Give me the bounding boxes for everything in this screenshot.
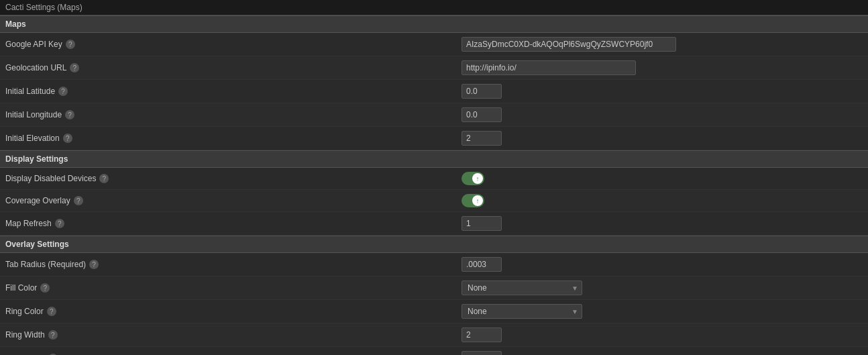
google-api-key-value <box>462 37 863 52</box>
google-api-key-input[interactable] <box>462 37 676 52</box>
tab-radius-value <box>462 257 863 272</box>
maps-section-header: Maps <box>0 15 868 33</box>
geolocation-url-row: Geolocation URL ? <box>0 56 868 80</box>
ring-color-row: Ring Color ? None Red Green Blue Yellow … <box>0 300 868 323</box>
ring-width-label: Ring Width ? <box>5 330 462 340</box>
ring-color-label: Ring Color ? <box>5 307 462 316</box>
display-disabled-devices-value: ↑ <box>462 172 863 185</box>
fill-color-select[interactable]: None Red Green Blue Yellow <box>462 281 582 295</box>
fill-color-row: Fill Color ? None Red Green Blue Yellow … <box>0 276 868 300</box>
tab-radius-help-icon[interactable]: ? <box>89 260 99 269</box>
ring-width-help-icon[interactable]: ? <box>48 330 58 340</box>
coverage-overlay-row: Coverage Overlay ? ↑ <box>0 190 868 212</box>
geolocation-url-input[interactable] <box>462 60 636 75</box>
initial-longitude-value <box>462 107 863 122</box>
coverage-overlay-label: Coverage Overlay ? <box>5 196 462 205</box>
initial-longitude-input[interactable] <box>462 107 502 122</box>
coverage-overlay-value: ↑ <box>462 194 863 207</box>
tab-radius-label: Tab Radius (Required) ? <box>5 260 462 269</box>
overlay-section-header: Overlay Settings <box>0 236 868 253</box>
ring-color-help-icon[interactable]: ? <box>47 307 56 316</box>
fill-color-select-wrapper: None Red Green Blue Yellow ▼ <box>462 281 582 295</box>
map-refresh-row: Map Refresh ? <box>0 212 868 236</box>
map-refresh-input[interactable] <box>462 216 502 231</box>
map-refresh-value <box>462 216 863 231</box>
map-refresh-label: Map Refresh ? <box>5 219 462 228</box>
tab-radius-input[interactable] <box>462 257 502 272</box>
geolocation-url-help-icon[interactable]: ? <box>70 63 79 72</box>
google-api-key-row: Google API Key ? <box>0 33 868 56</box>
display-disabled-devices-help-icon[interactable]: ? <box>99 174 109 183</box>
initial-latitude-value <box>462 84 863 99</box>
display-disabled-devices-toggle[interactable]: ↑ <box>462 172 484 185</box>
initial-elevation-value <box>462 131 863 146</box>
fill-opacity-row: Fill Opacity ? <box>0 347 868 355</box>
fill-color-value: None Red Green Blue Yellow ▼ <box>462 281 863 295</box>
ring-width-value <box>462 327 863 342</box>
ring-color-value: None Red Green Blue Yellow ▼ <box>462 304 863 319</box>
geolocation-url-label: Geolocation URL ? <box>5 63 462 72</box>
initial-latitude-label: Initial Latitude ? <box>5 87 462 96</box>
initial-latitude-help-icon[interactable]: ? <box>58 87 68 96</box>
ring-width-row: Ring Width ? <box>0 323 868 347</box>
page-title: Cacti Settings (Maps) <box>0 0 868 15</box>
fill-color-label: Fill Color ? <box>5 283 462 293</box>
fill-opacity-input[interactable] <box>462 351 502 355</box>
initial-elevation-help-icon[interactable]: ? <box>63 134 72 143</box>
ring-color-select[interactable]: None Red Green Blue Yellow <box>462 304 582 319</box>
geolocation-url-value <box>462 60 863 75</box>
google-api-key-label: Google API Key ? <box>5 40 462 49</box>
display-section-header: Display Settings <box>0 150 868 168</box>
initial-latitude-input[interactable] <box>462 84 502 99</box>
initial-latitude-row: Initial Latitude ? <box>0 80 868 103</box>
fill-opacity-value <box>462 351 863 355</box>
ring-color-select-wrapper: None Red Green Blue Yellow ▼ <box>462 304 582 319</box>
google-api-key-help-icon[interactable]: ? <box>66 40 75 49</box>
ring-width-input[interactable] <box>462 327 502 342</box>
tab-radius-row: Tab Radius (Required) ? <box>0 253 868 276</box>
fill-color-help-icon[interactable]: ? <box>40 283 50 293</box>
map-refresh-help-icon[interactable]: ? <box>55 219 64 228</box>
coverage-overlay-help-icon[interactable]: ? <box>74 196 83 205</box>
initial-elevation-label: Initial Elevation ? <box>5 134 462 143</box>
display-disabled-devices-label: Display Disabled Devices ? <box>5 174 462 183</box>
display-disabled-devices-row: Display Disabled Devices ? ↑ <box>0 168 868 190</box>
initial-longitude-help-icon[interactable]: ? <box>65 110 74 119</box>
initial-elevation-row: Initial Elevation ? <box>0 127 868 150</box>
initial-longitude-row: Initial Longitude ? <box>0 103 868 127</box>
initial-longitude-label: Initial Longitude ? <box>5 110 462 119</box>
coverage-overlay-toggle[interactable]: ↑ <box>462 194 484 207</box>
initial-elevation-input[interactable] <box>462 131 502 146</box>
